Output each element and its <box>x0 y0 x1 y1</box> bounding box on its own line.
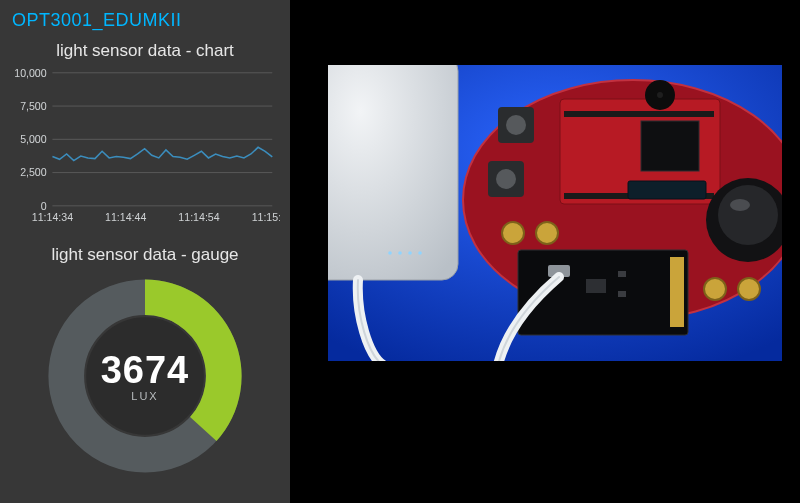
svg-rect-18 <box>328 65 458 280</box>
svg-point-38 <box>704 278 726 300</box>
svg-point-20 <box>398 251 402 255</box>
svg-point-37 <box>536 222 558 244</box>
sensor-panel: OPT3001_EDUMKII light sensor data - char… <box>0 0 290 503</box>
svg-text:11:14:34: 11:14:34 <box>32 211 73 223</box>
svg-text:10,000: 10,000 <box>14 67 47 79</box>
app-root: OPT3001_EDUMKII light sensor data - char… <box>0 0 800 503</box>
gauge-readout: 3674 LUX <box>40 271 250 481</box>
svg-rect-45 <box>586 279 606 293</box>
svg-point-42 <box>730 199 750 211</box>
line-chart: 02,5005,0007,50010,00011:14:3411:14:4411… <box>10 67 280 231</box>
chart-section: light sensor data - chart 02,5005,0007,5… <box>6 41 284 231</box>
hardware-photo <box>328 65 782 361</box>
svg-point-33 <box>506 115 526 135</box>
panel-title: OPT3001_EDUMKII <box>6 8 284 41</box>
hardware-photo-pane <box>290 0 800 503</box>
gauge-unit: LUX <box>131 390 158 402</box>
svg-text:11:14:44: 11:14:44 <box>105 211 146 223</box>
svg-point-39 <box>738 278 760 300</box>
svg-point-22 <box>418 251 422 255</box>
svg-point-31 <box>657 92 663 98</box>
svg-text:5,000: 5,000 <box>20 133 47 145</box>
chart-header: light sensor data - chart <box>10 41 280 61</box>
svg-text:11:15:05: 11:15:05 <box>252 211 280 223</box>
svg-point-35 <box>496 169 516 189</box>
svg-point-41 <box>718 185 778 245</box>
gauge-section: light sensor data - gauge 3674 LUX <box>6 245 284 481</box>
svg-text:11:14:54: 11:14:54 <box>178 211 219 223</box>
svg-text:0: 0 <box>41 200 47 212</box>
svg-rect-27 <box>564 111 714 117</box>
svg-point-19 <box>388 251 392 255</box>
gauge-value: 3674 <box>101 349 190 392</box>
svg-rect-44 <box>670 257 684 327</box>
svg-rect-26 <box>641 121 699 171</box>
svg-point-21 <box>408 251 412 255</box>
svg-rect-29 <box>628 181 706 199</box>
svg-point-36 <box>502 222 524 244</box>
svg-rect-46 <box>618 271 626 277</box>
svg-text:2,500: 2,500 <box>20 166 47 178</box>
svg-text:7,500: 7,500 <box>20 100 47 112</box>
donut-gauge: 3674 LUX <box>40 271 250 481</box>
svg-rect-47 <box>618 291 626 297</box>
gauge-header: light sensor data - gauge <box>6 245 284 265</box>
